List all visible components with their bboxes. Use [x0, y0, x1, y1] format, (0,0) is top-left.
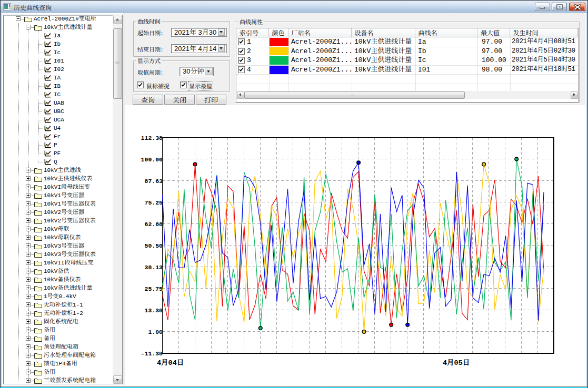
svg-text:87.63: 87.63: [144, 178, 163, 185]
svg-text:75.25: 75.25: [144, 199, 163, 206]
svg-text:50.50: 50.50: [144, 242, 163, 249]
svg-text:112.38: 112.38: [141, 135, 163, 141]
svg-text:38.13: 38.13: [144, 264, 163, 271]
svg-text:4月04日: 4月04日: [157, 359, 184, 367]
svg-text:-11.38: -11.38: [141, 350, 163, 357]
svg-text:25.75: 25.75: [144, 285, 163, 292]
svg-text:13.38: 13.38: [144, 307, 163, 314]
svg-text:1.00: 1.00: [148, 329, 163, 335]
svg-text:62.88: 62.88: [144, 221, 163, 228]
svg-text:4月05日: 4月05日: [443, 359, 470, 367]
svg-text:100.00: 100.00: [141, 156, 163, 163]
